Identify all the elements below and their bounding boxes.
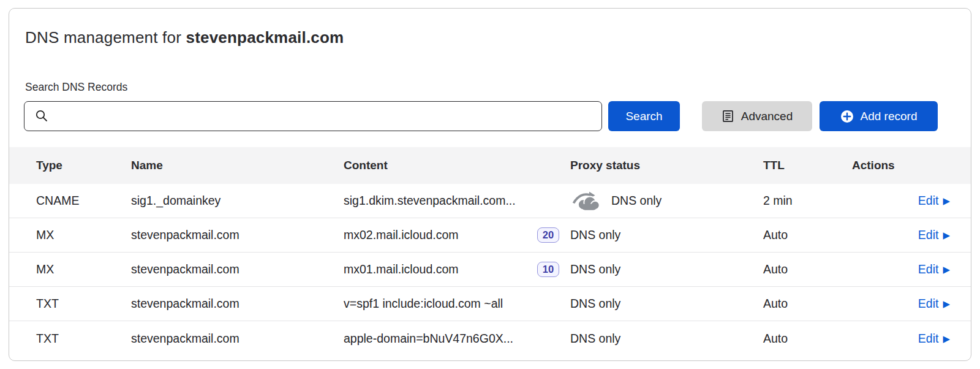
list-details-icon (722, 110, 734, 123)
chevron-right-icon: ▶ (943, 299, 950, 308)
column-header-ttl: TTL (763, 159, 852, 172)
record-ttl: Auto (763, 262, 852, 276)
record-content: sig1.dkim.stevenpackmail.com... (344, 194, 516, 208)
search-input[interactable] (24, 101, 602, 131)
table-row: CNAME sig1._domainkey sig1.dkim.stevenpa… (9, 184, 971, 218)
page-title: DNS management for stevenpackmail.com (25, 28, 344, 47)
add-record-button-label: Add record (861, 110, 918, 123)
record-type: TXT (9, 332, 131, 346)
table-row: TXT stevenpackmail.com apple-domain=bNuV… (9, 321, 971, 356)
edit-record-link[interactable]: Edit ▶ (918, 194, 950, 208)
dns-records-table: Type Name Content Proxy status TTL Actio… (9, 147, 971, 356)
search-button[interactable]: Search (608, 101, 680, 131)
record-type: MX (9, 262, 131, 276)
record-ttl: 2 min (763, 194, 852, 208)
edit-link-label: Edit (918, 262, 939, 276)
edit-record-link[interactable]: Edit ▶ (918, 332, 950, 346)
dns-management-card: DNS management for stevenpackmail.com Se… (9, 8, 971, 361)
record-name: stevenpackmail.com (131, 262, 344, 276)
edit-link-label: Edit (918, 228, 939, 242)
record-name: sig1._domainkey (131, 194, 344, 208)
record-content: apple-domain=bNuV47n6G0X... (344, 332, 513, 346)
record-type: MX (9, 228, 131, 242)
record-name: stevenpackmail.com (131, 332, 344, 346)
advanced-button[interactable]: Advanced (702, 101, 812, 131)
record-ttl: Auto (763, 332, 852, 346)
proxy-status-text: DNS only (570, 262, 620, 276)
record-content: mx01.mail.icloud.com (344, 262, 458, 276)
column-header-name: Name (131, 159, 344, 172)
record-content: mx02.mail.icloud.com (344, 228, 458, 242)
record-content: v=spf1 include:icloud.com ~all (344, 297, 503, 311)
table-row: MX stevenpackmail.com mx01.mail.icloud.c… (9, 253, 971, 287)
priority-badge: 20 (537, 227, 559, 243)
proxy-status-text: DNS only (570, 228, 620, 242)
chevron-right-icon: ▶ (943, 230, 950, 240)
edit-link-label: Edit (918, 297, 939, 311)
search-label: Search DNS Records (25, 81, 127, 94)
record-type: CNAME (9, 194, 131, 208)
column-header-actions: Actions (852, 159, 971, 172)
record-type: TXT (9, 297, 131, 311)
edit-record-link[interactable]: Edit ▶ (918, 228, 950, 242)
edit-record-link[interactable]: Edit ▶ (918, 262, 950, 276)
search-button-label: Search (625, 110, 662, 123)
proxy-status-text: DNS only (570, 332, 620, 346)
advanced-button-label: Advanced (741, 110, 793, 123)
record-name: stevenpackmail.com (131, 228, 344, 242)
search-box (24, 101, 602, 131)
table-header-row: Type Name Content Proxy status TTL Actio… (9, 147, 971, 184)
chevron-right-icon: ▶ (943, 334, 950, 343)
plus-circle-icon (840, 110, 854, 123)
priority-badge: 10 (537, 262, 559, 277)
table-row: MX stevenpackmail.com mx02.mail.icloud.c… (9, 218, 971, 253)
edit-link-label: Edit (918, 332, 939, 346)
table-row: TXT stevenpackmail.com v=spf1 include:ic… (9, 287, 971, 321)
record-ttl: Auto (763, 297, 852, 311)
column-header-type: Type (9, 159, 131, 172)
column-header-content: Content (344, 159, 570, 172)
add-record-button[interactable]: Add record (820, 101, 938, 131)
record-name: stevenpackmail.com (131, 297, 344, 311)
chevron-right-icon: ▶ (943, 196, 950, 205)
proxy-status-text: DNS only (570, 297, 620, 311)
dns-only-cloud-icon (570, 191, 603, 211)
edit-link-label: Edit (918, 194, 939, 208)
column-header-proxy-status: Proxy status (570, 159, 763, 172)
page-title-prefix: DNS management for (25, 28, 186, 47)
record-ttl: Auto (763, 228, 852, 242)
table-body: CNAME sig1._domainkey sig1.dkim.stevenpa… (9, 184, 971, 356)
chevron-right-icon: ▶ (943, 265, 950, 274)
proxy-status-text: DNS only (611, 194, 662, 208)
edit-record-link[interactable]: Edit ▶ (918, 297, 950, 311)
domain-name: stevenpackmail.com (186, 28, 344, 47)
